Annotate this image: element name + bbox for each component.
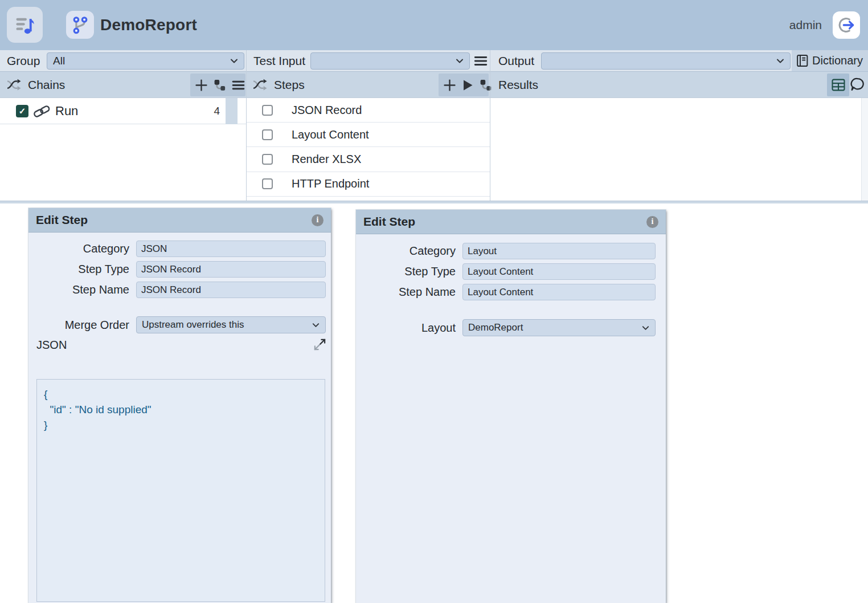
edit-step-body: Category Step Type Step Name Merge Order…: [28, 233, 331, 603]
logout-icon: [837, 16, 855, 34]
layout-label: Layout: [356, 321, 456, 335]
table-icon: [830, 77, 846, 93]
chain-tree-icon[interactable]: [213, 79, 226, 92]
step-type-label: Step Type: [356, 265, 456, 278]
app-logo-button[interactable]: [7, 7, 43, 43]
step-row[interactable]: Render XLSX: [247, 147, 490, 172]
chains-menu-icon[interactable]: [231, 78, 245, 92]
merge-order-label: Merge Order: [28, 319, 129, 332]
section-header-row: Chains: [0, 72, 868, 98]
speech-bubble-icon: [850, 76, 866, 92]
step-row[interactable]: Layout Content: [247, 123, 490, 147]
output-select[interactable]: [541, 52, 791, 70]
dictionary-button[interactable]: Dictionary: [792, 50, 868, 71]
step-checkbox[interactable]: [262, 105, 273, 116]
test-input-select[interactable]: [310, 52, 470, 70]
chains-scrollbar-thumb[interactable]: [226, 98, 238, 124]
step-checkbox[interactable]: [262, 154, 273, 165]
chevron-down-icon: [455, 56, 465, 66]
results-section-title: Results: [498, 72, 538, 97]
step-name-label: Step Name: [28, 283, 129, 296]
logout-button[interactable]: [833, 11, 860, 39]
chain-checkbox[interactable]: ✓: [16, 105, 28, 117]
book-icon: [795, 54, 809, 68]
step-type-field[interactable]: [136, 261, 326, 278]
test-input-label: Test Input: [253, 50, 305, 71]
expand-icon[interactable]: [313, 338, 326, 351]
step-name-field[interactable]: [136, 282, 326, 298]
git-branch-icon: [71, 15, 90, 35]
chevron-down-icon: [229, 56, 239, 66]
steps-list: JSON Record Layout Content Render XLSX H…: [247, 98, 490, 197]
edit-step-body: Category Step Type Step Name Layout Demo…: [356, 234, 666, 603]
column-divider: [246, 50, 247, 201]
json-editor-label: JSON: [36, 339, 67, 352]
merge-order-select[interactable]: Upstream overrides this: [136, 316, 326, 333]
lists-area: ✓ Run 4 JSON Record Layout Content: [0, 98, 868, 201]
chains-section-title: Chains: [7, 72, 65, 97]
shuffle-icon: [7, 78, 22, 92]
results-table-view-button[interactable]: [827, 74, 849, 96]
output-label: Output: [498, 50, 534, 71]
step-checkbox[interactable]: [262, 178, 273, 189]
steps-toolbar: [439, 74, 489, 96]
edit-step-panel-json: Edit Step i Category Step Type Step Name…: [28, 208, 331, 603]
json-editor[interactable]: { "id" : "No id supplied" }: [36, 379, 325, 602]
group-select[interactable]: All: [47, 52, 244, 70]
shuffle-icon: [253, 78, 268, 92]
chains-toolbar: [190, 74, 245, 96]
category-label: Category: [356, 245, 456, 258]
edit-step-panel-layout: Edit Step i Category Step Type Step Name…: [356, 210, 666, 603]
chain-row-run[interactable]: ✓ Run 4: [0, 98, 246, 124]
results-scrollbar[interactable]: [861, 98, 868, 201]
edit-step-header: Edit Step i: [356, 210, 666, 234]
step-name-field[interactable]: [462, 284, 656, 300]
add-chain-icon[interactable]: [195, 79, 208, 92]
chevron-down-icon: [641, 323, 650, 333]
results-log-view-button[interactable]: [850, 76, 866, 92]
step-row[interactable]: HTTP Endpoint: [247, 172, 490, 197]
chain-label: Run: [55, 104, 78, 119]
step-name-label: Step Name: [356, 286, 456, 299]
category-field[interactable]: [136, 241, 326, 257]
chevron-down-icon: [775, 56, 785, 66]
layout-select[interactable]: DemoReport: [462, 319, 656, 336]
chain-link-icon: [32, 104, 51, 119]
step-checkbox[interactable]: [262, 129, 273, 140]
category-label: Category: [28, 242, 129, 255]
edit-step-header: Edit Step i: [28, 208, 331, 233]
playlist-music-icon: [14, 14, 36, 36]
run-play-icon[interactable]: [461, 79, 474, 92]
section-divider: [0, 201, 868, 203]
steps-section-title: Steps: [253, 72, 305, 97]
top-header-bar: DemoReport admin: [0, 0, 868, 50]
step-row[interactable]: JSON Record: [247, 98, 490, 123]
step-type-field[interactable]: [462, 263, 656, 280]
logged-in-user: admin: [789, 0, 822, 50]
step-type-label: Step Type: [28, 263, 129, 276]
category-field[interactable]: [462, 243, 656, 259]
report-branch-button[interactable]: [66, 11, 94, 39]
add-step-icon[interactable]: [443, 79, 456, 92]
column-divider: [490, 50, 490, 201]
info-icon[interactable]: i: [312, 214, 324, 226]
test-input-menu-icon[interactable]: [473, 54, 488, 68]
page-title: DemoReport: [100, 0, 197, 50]
chain-step-count: 4: [214, 98, 220, 124]
chevron-down-icon: [311, 320, 321, 330]
info-icon[interactable]: i: [646, 216, 658, 228]
group-label: Group: [7, 50, 40, 71]
filter-toolbar: Group All Test Input Output: [0, 50, 868, 72]
app-root: DemoReport admin Group All Test Input: [0, 0, 868, 603]
